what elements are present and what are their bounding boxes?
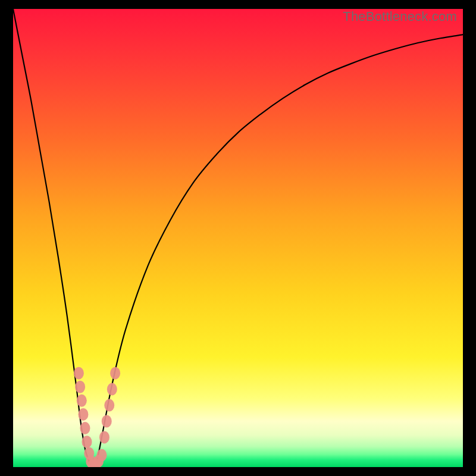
data-dot bbox=[104, 399, 114, 412]
plot-area: TheBottleneck.com bbox=[13, 9, 463, 467]
data-dot bbox=[80, 422, 90, 434]
data-dot bbox=[77, 394, 87, 407]
data-dot bbox=[96, 449, 107, 461]
chart-stage: TheBottleneck.com bbox=[0, 0, 476, 476]
data-dot bbox=[102, 415, 112, 428]
data-dot bbox=[110, 367, 120, 380]
data-dot bbox=[107, 383, 117, 396]
data-dot bbox=[74, 367, 84, 380]
chart-svg bbox=[13, 9, 463, 467]
watermark-text: TheBottleneck.com bbox=[343, 9, 457, 24]
data-dot bbox=[75, 381, 85, 393]
data-dot bbox=[78, 408, 88, 421]
data-dot bbox=[82, 436, 92, 448]
data-dot bbox=[99, 431, 109, 443]
